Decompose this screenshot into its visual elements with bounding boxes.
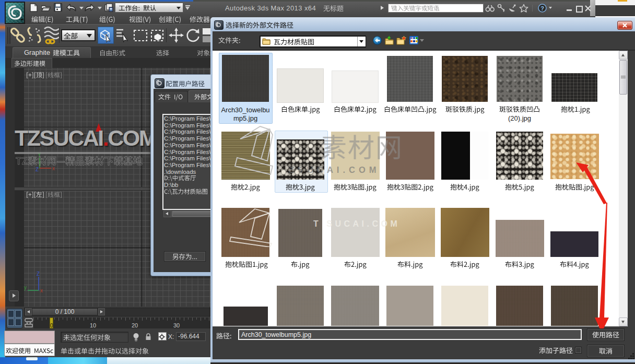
svg-text:y: y xyxy=(24,285,27,290)
svg-text:Z: Z xyxy=(37,271,40,277)
svg-text:x: x xyxy=(40,288,43,293)
svg-text:?: ? xyxy=(540,5,544,11)
svg-text:Z: Z xyxy=(36,167,39,172)
